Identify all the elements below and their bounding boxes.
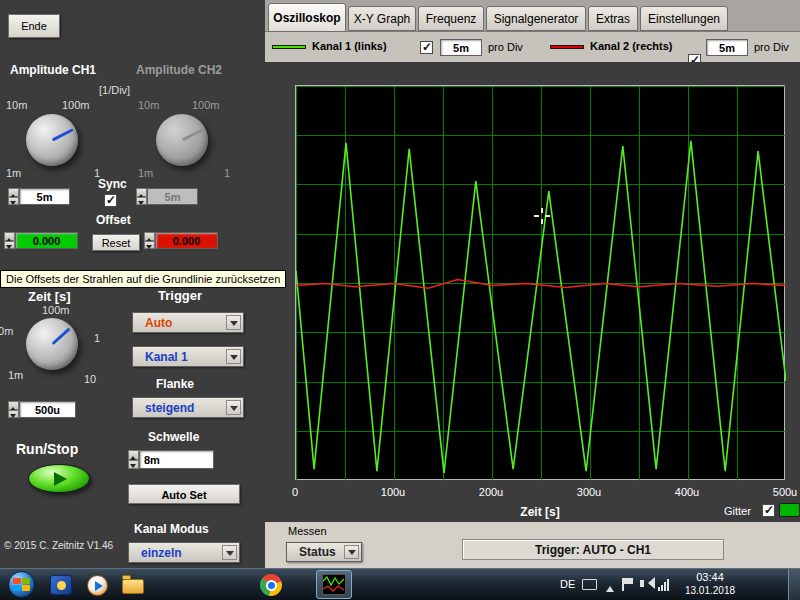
x-axis-tick-label: 400u	[675, 486, 699, 498]
trigger-channel-value: Kanal 1	[145, 350, 188, 364]
amplitude-ch1-knob[interactable]	[26, 114, 78, 166]
windows-flag-icon	[22, 585, 30, 591]
hidden-icons-arrow-icon[interactable]	[606, 582, 614, 592]
measure-bar: Messen Status Trigger: AUTO - CH1	[265, 522, 800, 568]
waveform-canvas	[296, 86, 786, 481]
ch2-legend-label: Kanal 2 (rechts)	[590, 40, 673, 52]
chrome-ring	[266, 580, 277, 591]
dropdown-arrow-icon[interactable]	[226, 349, 241, 364]
spin-up-icon[interactable]	[144, 232, 155, 241]
ch1-amplitude-value[interactable]: 5m	[19, 188, 70, 205]
x-axis-label: Zeit [s]	[295, 505, 785, 519]
show-desktop-button[interactable]	[788, 569, 800, 600]
ch1-offset-value[interactable]: 0.000	[15, 232, 78, 249]
dropdown-arrow-icon[interactable]	[226, 400, 241, 415]
wmp-icon	[87, 575, 108, 596]
zeit-scale-10: 10	[84, 373, 96, 385]
amplitude-ch2-label: Amplitude CH2	[136, 63, 222, 77]
cursor-crosshair-icon[interactable]	[534, 208, 550, 224]
spin-up-icon[interactable]	[8, 188, 19, 197]
tab-signalgenerator[interactable]: Signalgenerator	[486, 6, 586, 31]
tab-xy-graph[interactable]: X-Y Graph	[348, 6, 416, 31]
trigger-mode-dropdown[interactable]: Auto	[132, 312, 244, 333]
spin-down-icon[interactable]	[144, 241, 155, 250]
threshold-spinner[interactable]: 8m	[128, 450, 214, 469]
timebase-spinner[interactable]: 500u	[8, 401, 76, 418]
windows-flag-icon	[13, 578, 21, 584]
run-stop-label: Run/Stop	[16, 441, 78, 457]
taskbar-icon-media-player[interactable]	[46, 571, 76, 599]
network-icon[interactable]	[658, 579, 669, 591]
clock-date[interactable]: 13.01.2018	[680, 585, 740, 596]
ch2-amplitude-spinner: 5m	[136, 188, 198, 205]
x-axis-tick-label: 300u	[577, 486, 601, 498]
offset-reset-button[interactable]: Reset	[92, 234, 140, 251]
gitter-checkbox[interactable]	[762, 504, 775, 517]
spin-down-icon[interactable]	[8, 197, 19, 206]
sync-label: Sync	[98, 177, 127, 191]
x-axis-tick-label: 200u	[479, 486, 503, 498]
start-button[interactable]	[8, 571, 35, 598]
ch2-scale-1: 1	[224, 167, 230, 179]
play-icon	[95, 581, 103, 591]
dropdown-arrow-icon[interactable]	[344, 545, 359, 559]
ch2-per-div-field[interactable]: 5m	[706, 39, 748, 56]
dropdown-arrow-icon[interactable]	[226, 315, 241, 330]
dropdown-arrow-icon[interactable]	[222, 545, 237, 560]
sync-checkbox[interactable]	[104, 194, 117, 207]
spin-down-icon[interactable]	[128, 460, 139, 470]
tab-frequenz[interactable]: Frequenz	[418, 6, 484, 31]
volume-cone	[642, 577, 655, 589]
clock-time[interactable]: 03:44	[680, 571, 740, 583]
timebase-value[interactable]: 500u	[19, 401, 76, 418]
spin-down-icon[interactable]	[4, 241, 15, 250]
folder-tab	[122, 575, 131, 579]
ch2-offset-value[interactable]: 0.000	[155, 232, 218, 249]
taskbar-icon-explorer[interactable]	[118, 571, 148, 599]
kanal-modus-value: einzeln	[141, 546, 182, 560]
run-stop-button[interactable]	[28, 464, 90, 493]
volume-icon[interactable]	[640, 580, 644, 587]
spin-up-icon[interactable]	[8, 401, 19, 410]
taskbar-icon-chrome[interactable]	[256, 571, 286, 599]
ch2-color-swatch	[550, 45, 584, 49]
threshold-value[interactable]: 8m	[139, 450, 214, 469]
ch2-amplitude-value: 5m	[147, 188, 198, 205]
ch1-per-div-field[interactable]: 5m	[440, 39, 482, 56]
per-div-unit-label: [1/Div]	[99, 84, 130, 96]
flanke-label: Flanke	[156, 377, 194, 391]
kanal-modus-dropdown[interactable]: einzeln	[128, 542, 240, 563]
zeit-scale-100m: 100m	[42, 304, 70, 316]
taskbar: DE 03:44 13.01.2018	[0, 568, 800, 600]
spin-down-icon	[136, 197, 147, 206]
timebase-knob[interactable]	[26, 318, 78, 370]
schwelle-label: Schwelle	[148, 430, 199, 444]
amplitude-ch1-label: Amplitude CH1	[10, 63, 96, 77]
ch1-enable-checkbox[interactable]	[420, 41, 433, 54]
taskbar-icon-wmp[interactable]	[82, 571, 112, 599]
auto-set-button[interactable]: Auto Set	[128, 484, 240, 504]
taskbar-icon-oscilloscope-app-active[interactable]	[316, 570, 352, 599]
flag-icon[interactable]	[622, 578, 624, 591]
tab-oszilloskop[interactable]: Oszilloskop	[268, 3, 346, 32]
keyboard-layout-icon[interactable]	[582, 579, 597, 590]
gitter-color-led	[779, 503, 800, 517]
tab-extras[interactable]: Extras	[588, 6, 638, 31]
tab-einstellungen[interactable]: Einstellungen	[640, 6, 728, 31]
spin-up-icon[interactable]	[128, 450, 139, 460]
language-indicator[interactable]: DE	[560, 578, 575, 590]
ch2-offset-spinner[interactable]: 0.000	[144, 232, 218, 249]
ch1-offset-spinner[interactable]: 0.000	[4, 232, 78, 249]
ch1-scale-100m: 100m	[62, 99, 90, 111]
trigger-channel-dropdown[interactable]: Kanal 1	[132, 346, 244, 367]
trigger-edge-dropdown[interactable]: steigend	[132, 397, 244, 418]
ch1-amplitude-spinner[interactable]: 5m	[8, 188, 70, 205]
scope-plot[interactable]	[295, 85, 785, 480]
spin-up-icon[interactable]	[4, 232, 15, 241]
trigger-edge-value: steigend	[145, 401, 194, 415]
status-dropdown[interactable]: Status	[286, 542, 362, 562]
gitter-label: Gitter	[724, 505, 751, 517]
ch1-legend-label: Kanal 1 (links)	[312, 40, 387, 52]
spin-down-icon[interactable]	[8, 410, 19, 419]
ende-button[interactable]: Ende	[8, 14, 60, 38]
